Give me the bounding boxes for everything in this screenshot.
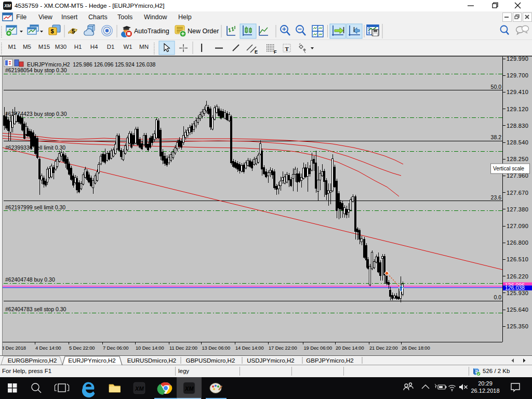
- svg-text:38.2: 38.2: [491, 134, 502, 140]
- svg-text:#62404748 buy 0.30: #62404748 buy 0.30: [5, 276, 55, 283]
- svg-text:129.120: 129.120: [507, 106, 528, 112]
- svg-text:126.038: 126.038: [505, 285, 525, 291]
- svg-text:GBPJPYmicro,H2: GBPJPYmicro,H2: [306, 357, 353, 364]
- svg-text:127.380: 127.380: [507, 206, 528, 212]
- svg-text:M1: M1: [8, 44, 17, 50]
- svg-text:EURJPYmicro,H2: EURJPYmicro,H2: [68, 357, 115, 364]
- svg-text:M: M: [189, 385, 194, 392]
- svg-text:D1: D1: [107, 44, 115, 50]
- svg-text:5: 5: [72, 28, 75, 34]
- svg-text:26.12.2018: 26.12.2018: [471, 388, 499, 394]
- svg-text:E: E: [255, 49, 258, 55]
- svg-text:125.930: 125.930: [507, 290, 528, 296]
- svg-text:128.250: 128.250: [507, 156, 528, 162]
- svg-text:129.410: 129.410: [507, 89, 528, 95]
- svg-text:21 Dec 22:00: 21 Dec 22:00: [369, 345, 398, 351]
- svg-text:M15: M15: [38, 44, 50, 50]
- svg-text:T: T: [285, 46, 289, 52]
- svg-text:14 Dec 14:00: 14 Dec 14:00: [235, 345, 264, 351]
- svg-text:#62404783 sell stop 0.30: #62404783 sell stop 0.30: [5, 306, 66, 312]
- svg-text:13 Dec 06:00: 13 Dec 06:00: [202, 345, 231, 351]
- svg-text:USDJPYmicro,H2: USDJPYmicro,H2: [247, 357, 294, 364]
- svg-text:AutoTrading: AutoTrading: [134, 28, 169, 35]
- svg-text:0.0: 0.0: [494, 294, 501, 300]
- svg-text:H1: H1: [74, 44, 82, 50]
- svg-text:EURGBPmicro,H2: EURGBPmicro,H2: [8, 357, 57, 364]
- svg-text:$: $: [51, 28, 54, 34]
- svg-text:M30: M30: [55, 44, 66, 50]
- svg-text:126.800: 126.800: [507, 240, 528, 246]
- svg-text:7 Dec 06:00: 7 Dec 06:00: [103, 345, 128, 351]
- svg-text:GBPUSDmicro,H2: GBPUSDmicro,H2: [186, 357, 235, 364]
- svg-text:23.6: 23.6: [491, 194, 502, 201]
- svg-text:H4: H4: [90, 44, 98, 50]
- svg-text:125.350: 125.350: [507, 323, 528, 329]
- svg-text:50.0: 50.0: [491, 84, 502, 90]
- svg-text:Vertical scale: Vertical scale: [493, 166, 524, 171]
- svg-text:MN: MN: [139, 44, 149, 50]
- svg-text:M5: M5: [23, 44, 31, 50]
- svg-text:#62197999 sell limit 0.30: #62197999 sell limit 0.30: [5, 204, 65, 210]
- svg-text:3 Dec 2018: 3 Dec 2018: [2, 345, 26, 351]
- svg-text:5 Dec 22:00: 5 Dec 22:00: [69, 345, 95, 351]
- svg-text:4 Dec 14:00: 4 Dec 14:00: [35, 345, 61, 351]
- svg-text:17 Dec 22:00: 17 Dec 22:00: [269, 345, 297, 351]
- svg-text:F: F: [274, 49, 277, 55]
- svg-text:10 Dec 14:00: 10 Dec 14:00: [136, 345, 164, 351]
- svg-text:128.830: 128.830: [507, 123, 528, 129]
- svg-text:EURJPYmicro,H2 125.986 126.09: EURJPYmicro,H2 125.986 126.096 125.924 1…: [27, 62, 155, 68]
- svg-text:20 Dec 14:00: 20 Dec 14:00: [336, 345, 364, 351]
- svg-text:19 Dec 06:00: 19 Dec 06:00: [304, 345, 332, 351]
- svg-text:#62198054 buy stop 0.30: #62198054 buy stop 0.30: [5, 67, 67, 73]
- svg-text:11 Dec 22:00: 11 Dec 22:00: [169, 345, 197, 351]
- svg-text:129.990: 129.990: [507, 57, 528, 62]
- svg-text:M: M: [139, 385, 144, 392]
- svg-text:26 Dec 18:00: 26 Dec 18:00: [402, 345, 430, 351]
- svg-text:EURUSDmicro,H2: EURUSDmicro,H2: [127, 357, 177, 364]
- svg-text:127.090: 127.090: [507, 223, 528, 229]
- svg-text:20:29: 20:29: [478, 380, 493, 387]
- svg-text:New Order: New Order: [188, 28, 219, 35]
- svg-text:129.700: 129.700: [507, 72, 528, 78]
- svg-text:126.510: 126.510: [507, 256, 528, 262]
- svg-text:W1: W1: [123, 44, 132, 50]
- svg-text:127.670: 127.670: [507, 190, 528, 196]
- svg-text:125.640: 125.640: [507, 307, 528, 313]
- svg-text:128.540: 128.540: [507, 139, 528, 145]
- svg-text:126.220: 126.220: [507, 273, 528, 280]
